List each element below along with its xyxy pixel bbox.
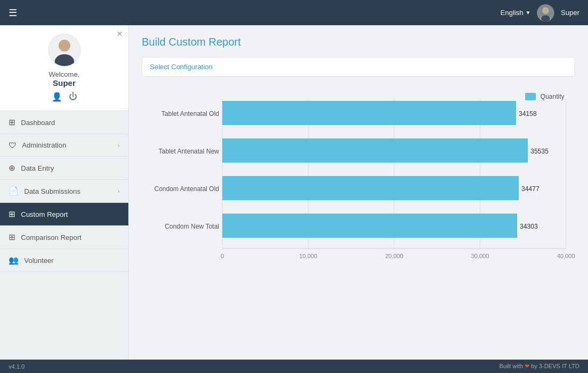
x-tick-10000: 10,000 [299, 253, 317, 259]
sidebar: ✕ Welcome, Super 👤 ⏻ ⊞ Dashboard [0, 25, 129, 360]
x-tick-0: 0 [221, 253, 224, 259]
legend-color-box [525, 93, 536, 100]
language-label: English [500, 9, 524, 17]
sidebar-item-label: Administration [22, 141, 66, 149]
x-tick-40000: 40,000 [557, 253, 575, 259]
avatar [537, 4, 554, 21]
comparison-icon: ⊞ [9, 232, 16, 242]
built-by-label: Built with ❤ by 3-DEVS IT LTD [499, 363, 579, 370]
profile-name: Super [53, 78, 76, 87]
navbar-right: English ▼ Super [500, 4, 579, 21]
x-tick-20000: 20,000 [385, 253, 403, 259]
bar-tablet-antenatal-new [222, 138, 528, 163]
page-title: Build Custom Report [142, 36, 575, 48]
bar-value-4: 34303 [520, 223, 538, 230]
sidebar-item-label: Custom Report [21, 210, 68, 218]
sidebar-item-data-submissions[interactable]: 📄 Data Submissions › [0, 180, 128, 203]
power-icon[interactable]: ⏻ [69, 92, 77, 102]
close-icon[interactable]: ✕ [117, 30, 123, 38]
plus-circle-icon: ⊕ [9, 163, 16, 173]
profile-section: ✕ Welcome, Super 👤 ⏻ [0, 25, 128, 111]
bar-label-1: Tablet Antenatal Old [162, 110, 219, 118]
user-icon[interactable]: 👤 [52, 92, 62, 102]
sidebar-item-custom-report[interactable]: ⊞ Custom Report [0, 203, 128, 226]
main-layout: ✕ Welcome, Super 👤 ⏻ ⊞ Dashboard [0, 25, 588, 360]
chart-legend: Quantity [525, 93, 564, 100]
heart-icon: ❤ [525, 363, 529, 369]
profile-avatar [48, 34, 81, 66]
language-selector[interactable]: English ▼ [500, 9, 531, 17]
sidebar-item-label: Comparison Report [21, 233, 82, 242]
bar-value-2: 35535 [531, 148, 549, 155]
shield-icon: 🛡 [9, 141, 17, 150]
hamburger-icon[interactable]: ☰ [9, 7, 17, 19]
bar-value-1: 34158 [519, 110, 537, 118]
footer: v4.1.0 Built with ❤ by 3-DEVS IT LTD [0, 360, 588, 373]
sidebar-item-comparison-report[interactable]: ⊞ Comparison Report [0, 226, 128, 249]
bar-label-2: Tablet Antenatal New [158, 148, 219, 155]
svg-point-3 [543, 8, 548, 13]
users-icon: 👥 [9, 255, 19, 265]
file-icon: 📄 [9, 186, 19, 196]
navbar-left: ☰ [9, 7, 17, 19]
bar-value-3: 34477 [521, 185, 540, 193]
sidebar-item-label: Data Entry [21, 164, 54, 172]
username: Super [561, 9, 579, 17]
bar-condom-antenatal-old [222, 176, 519, 200]
bar-label-4: Condom New Total [165, 223, 219, 230]
svg-point-6 [59, 40, 70, 52]
bar-label-3: Condom Antenatal Old [154, 185, 219, 193]
bar-tablet-antenatal-old [222, 101, 516, 125]
bar-chart: 34158 Tablet Antenatal Old 35535 Tablet … [147, 87, 587, 286]
profile-icons: 👤 ⏻ [52, 92, 77, 102]
navbar: ☰ English ▼ Super [0, 0, 588, 25]
sidebar-item-label: Dashboard [21, 119, 55, 127]
content-area: Build Custom Report Select Configuration… [129, 25, 588, 360]
config-selector-label: Select Configuration [150, 63, 213, 71]
version-label: v4.1.0 [9, 363, 25, 370]
language-caret-icon: ▼ [525, 10, 531, 16]
dashboard-icon: ⊞ [9, 118, 16, 127]
bar-condom-new-total [222, 214, 517, 238]
profile-welcome: Welcome, [49, 70, 80, 78]
sidebar-item-label: Data Submissions [24, 187, 81, 195]
config-selector[interactable]: Select Configuration [142, 57, 575, 77]
sidebar-item-data-entry[interactable]: ⊕ Data Entry [0, 157, 128, 180]
sidebar-item-dashboard[interactable]: ⊞ Dashboard [0, 111, 128, 134]
sidebar-item-administration[interactable]: 🛡 Administration › [0, 134, 128, 157]
sidebar-item-label: Volunteer [24, 257, 54, 265]
legend-label: Quantity [540, 93, 564, 100]
table-icon: ⊞ [9, 209, 16, 219]
chart-wrapper: Quantity 34158 Tablet Antenatal Old [142, 87, 575, 286]
chevron-right-icon: › [118, 188, 120, 194]
x-tick-30000: 30,000 [471, 253, 489, 259]
chevron-right-icon: › [118, 142, 120, 149]
sidebar-item-volunteer[interactable]: 👥 Volunteer [0, 249, 128, 272]
